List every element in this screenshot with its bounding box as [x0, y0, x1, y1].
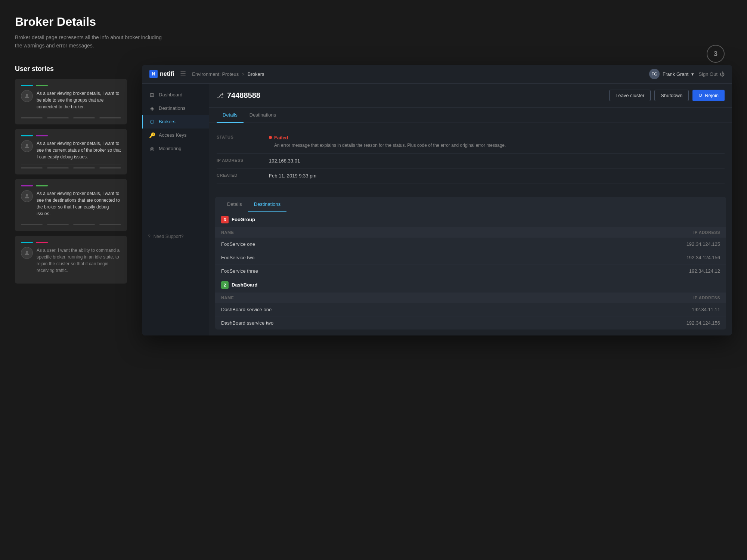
chevron-down-icon: ▾ [691, 71, 694, 77]
dashboard-icon: ⊞ [149, 92, 155, 98]
avatar-4 [21, 247, 33, 259]
logo-icon: N [149, 70, 158, 78]
footer-item [21, 167, 43, 168]
dashboard-table: NAME IP ADDRESS DashBoard service one 19… [215, 293, 726, 329]
dashboard-badge: 2 [221, 281, 229, 289]
status-text: Failed [274, 135, 506, 140]
dashboard-table-header: NAME IP ADDRESS [215, 293, 726, 303]
brokers-icon: ⬡ [149, 119, 155, 125]
story-card-3-text: As a user viewing broker details, I want… [37, 190, 121, 217]
ip-value: 192.168.33.01 [269, 158, 300, 164]
sidebar-item-dashboard[interactable]: ⊞ Dashboard [142, 88, 209, 102]
destinations-icon: ◈ [149, 105, 155, 111]
story-card-1-tags [21, 85, 121, 86]
broker-header: ⎇ 74488588 Leave cluster Shutdown ↺ Rejo… [209, 84, 732, 108]
ip-label: IP ADDRESS [217, 158, 261, 164]
destinations-tabs: Details Destinations [215, 197, 726, 212]
breadcrumb-environment: Environment: Proteus [192, 71, 239, 77]
foogroup-col-ip: IP ADDRESS [668, 230, 720, 235]
access-keys-icon: 🔑 [149, 132, 155, 138]
app-nav: N netifi ☰ Environment: Proteus > Broker… [142, 65, 732, 84]
story-card-2-footer [21, 164, 121, 168]
tag-green-1 [36, 85, 48, 86]
table-row: FooService two 192.34.124.156 [215, 251, 726, 264]
nav-logo: N netifi [149, 70, 174, 78]
status-failed-container: Failed An error message that explains in… [269, 135, 506, 149]
user-stories-title: User stories [15, 65, 127, 73]
story-card-4: As a user, I want the ability to command… [15, 236, 127, 284]
breadcrumb-separator: > [242, 71, 245, 77]
rejoin-button[interactable]: ↺ Rejoin [692, 90, 725, 101]
story-card-4-body: As a user, I want the ability to command… [21, 247, 121, 274]
nav-user[interactable]: FG Frank Grant ▾ [649, 69, 694, 79]
footer-item [21, 224, 43, 225]
story-card-2-body: As a user viewing broker details, I want… [21, 140, 121, 160]
shutdown-button[interactable]: Shutdown [654, 90, 689, 101]
broker-actions: Leave cluster Shutdown ↺ Rejoin [609, 90, 725, 101]
question-icon: ? [148, 234, 151, 239]
power-icon: ⏻ [720, 71, 725, 77]
foogroup-col-name: NAME [221, 230, 668, 235]
avatar-3 [21, 190, 33, 202]
sidebar-item-access-keys[interactable]: 🔑 Access Keys [142, 129, 209, 142]
broker-id-value: 74488588 [227, 91, 260, 100]
table-row: DashBoard service one 192.34.11.11 [215, 303, 726, 316]
rejoin-icon: ↺ [698, 93, 703, 98]
story-card-1-footer [21, 114, 121, 118]
tab-details[interactable]: Details [217, 108, 244, 123]
dest-tab-destinations[interactable]: Destinations [248, 197, 287, 212]
foogroup-name: FooGroup [232, 217, 255, 222]
story-card-2: As a user viewing broker details, I want… [15, 129, 127, 174]
tag-green-3 [36, 185, 48, 186]
app-window: N netifi ☰ Environment: Proteus > Broker… [142, 65, 732, 335]
story-card-2-text: As a user viewing broker details, I want… [37, 140, 121, 160]
story-card-1-body: As a user viewing broker details, I want… [21, 90, 121, 110]
service-ip: 192.34.124.12 [668, 268, 720, 274]
service-ip: 192.34.124.156 [668, 320, 720, 326]
footer-item [21, 117, 43, 118]
avatar-1 [21, 90, 33, 102]
support-link[interactable]: ? Need Support? [142, 230, 209, 243]
detail-row-ip: IP ADDRESS 192.168.33.01 [217, 154, 725, 168]
detail-content: STATUS Failed An error message that expl… [209, 123, 732, 191]
menu-icon[interactable]: ☰ [180, 70, 186, 78]
status-dot-red [269, 136, 272, 139]
breadcrumb-current: Brokers [248, 71, 264, 77]
user-avatar: FG [649, 69, 660, 79]
service-name: DashBoard sservice two [221, 320, 668, 326]
page-title: Broker Details [15, 15, 732, 29]
story-card-3-tags [21, 185, 121, 186]
service-name: FooService two [221, 255, 668, 260]
logo-text: netifi [160, 71, 174, 77]
sidebar-support-area: ? Need Support? [142, 230, 209, 243]
footer-item [47, 224, 69, 225]
group-dashboard: 2 DashBoard NAME IP ADDRESS DashBoard se… [215, 278, 726, 329]
monitoring-icon: ◎ [149, 146, 155, 152]
step-badge: 3 [707, 45, 725, 63]
sidebar-item-monitoring[interactable]: ◎ Monitoring [142, 142, 209, 155]
dashboard-col-ip: IP ADDRESS [668, 296, 720, 300]
page-subtitle: Broker detail page represents all the in… [15, 33, 164, 50]
sign-out-button[interactable]: Sign Out ⏻ [698, 71, 725, 77]
tab-destinations[interactable]: Destinations [244, 108, 282, 123]
user-stories-panel: User stories As a user viewing broker de… [15, 65, 127, 288]
detail-row-status: STATUS Failed An error message that expl… [217, 130, 725, 154]
story-card-3: As a user viewing broker details, I want… [15, 179, 127, 231]
dashboard-header: 2 DashBoard [215, 278, 726, 293]
story-card-1-text: As a user viewing broker details, I want… [37, 90, 121, 110]
status-description: An error message that explains in detail… [274, 142, 506, 149]
story-card-3-footer [21, 221, 121, 225]
foogroup-header: 3 FooGroup [215, 212, 726, 227]
content-area: User stories As a user viewing broker de… [15, 65, 732, 335]
story-card-1: As a user viewing broker details, I want… [15, 79, 127, 124]
sidebar-item-brokers[interactable]: ⬡ Brokers [142, 115, 209, 129]
tag-purple-2 [36, 135, 48, 136]
avatar-2 [21, 140, 33, 152]
foogroup-table: NAME IP ADDRESS FooService one 192.34.12… [215, 227, 726, 278]
sidebar-item-destinations[interactable]: ◈ Destinations [142, 102, 209, 115]
tag-pink-4 [36, 242, 48, 243]
destinations-panel: Details Destinations 3 FooGroup [215, 197, 726, 329]
leave-cluster-button[interactable]: Leave cluster [609, 90, 651, 101]
sidebar-item-label-dashboard: Dashboard [159, 92, 183, 98]
dest-tab-details[interactable]: Details [221, 197, 248, 212]
